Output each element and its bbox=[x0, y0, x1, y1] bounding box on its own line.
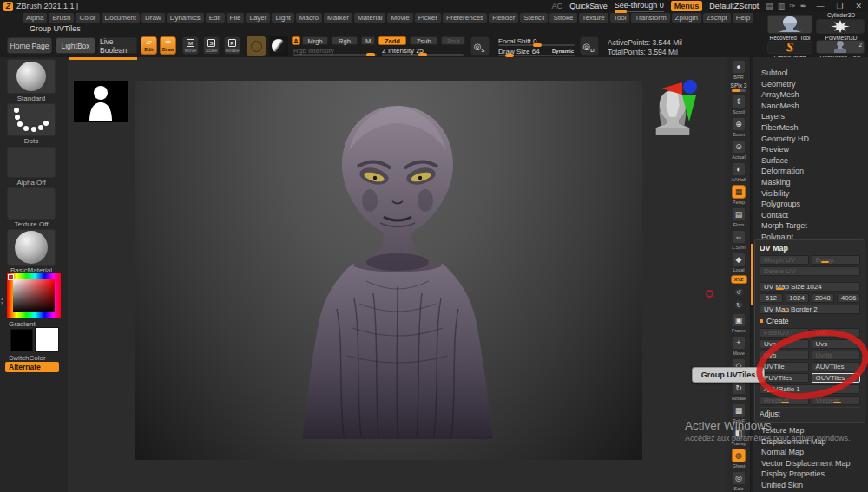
color-picker[interactable] bbox=[7, 273, 61, 318]
current-stroke-button[interactable] bbox=[7, 103, 56, 136]
panel-section[interactable]: Visibility bbox=[761, 188, 865, 200]
panel-section[interactable]: Morph Target bbox=[761, 220, 865, 232]
auvtiles-button[interactable]: AUVTiles bbox=[812, 362, 861, 371]
shelf-icon[interactable] bbox=[732, 89, 746, 92]
menu-item[interactable]: Layer bbox=[246, 13, 270, 23]
puvtiles-button[interactable]: PUVTiles bbox=[760, 373, 809, 383]
menu-item[interactable]: Picker bbox=[415, 13, 441, 23]
current-brush-button[interactable] bbox=[7, 59, 56, 94]
panel-section[interactable]: Deformation bbox=[761, 166, 865, 177]
shelf-button[interactable]: ⇕ Scroll bbox=[732, 95, 746, 115]
rgb-intensity-slider[interactable]: Rgb Intensity bbox=[293, 47, 377, 56]
auv-ratio-slider[interactable]: AUVRatio 1 bbox=[760, 384, 860, 394]
secondary-color-swatch[interactable] bbox=[35, 327, 59, 352]
channel-a-button[interactable]: A bbox=[292, 36, 300, 45]
close-button[interactable]: ✕ bbox=[852, 2, 865, 10]
menu-item[interactable]: Tool bbox=[610, 13, 630, 23]
menus-button[interactable]: Menus bbox=[671, 1, 703, 11]
zsub-button[interactable]: Zsub bbox=[410, 36, 437, 45]
panel-section[interactable]: ArrayMesh bbox=[761, 89, 865, 101]
panel-section[interactable]: Masking bbox=[761, 177, 865, 188]
shelf-button[interactable]: ⇔ L.Sym bbox=[732, 230, 746, 250]
tool-thumb-simplebrush[interactable]: S bbox=[767, 41, 812, 54]
menu-item[interactable]: Draw bbox=[141, 13, 165, 23]
panel-section[interactable]: NanoMesh bbox=[761, 101, 865, 112]
fiberuv-button[interactable]: FiberUV bbox=[760, 328, 809, 338]
tool-thumb-recovered[interactable] bbox=[767, 15, 812, 34]
alternate-button[interactable]: Alternate bbox=[5, 362, 59, 372]
shelf-icon[interactable]: ◎ bbox=[732, 471, 746, 485]
focal-shift-slider[interactable]: Focal Shift 0 bbox=[498, 37, 575, 46]
uvb-button[interactable]: Uvb bbox=[760, 351, 809, 360]
move-mode-button[interactable]: M Move bbox=[182, 36, 199, 55]
menu-item[interactable]: Color bbox=[76, 13, 99, 23]
quicksave-button[interactable]: QuickSave bbox=[569, 2, 608, 10]
zcut-button[interactable]: Zcut bbox=[441, 36, 465, 45]
current-alpha-button[interactable] bbox=[7, 147, 56, 178]
ui-config-icon[interactable]: ▤ bbox=[766, 2, 773, 10]
uv-size-button[interactable]: 512 bbox=[760, 293, 783, 303]
macro-config-icon[interactable]: ✒ bbox=[800, 2, 807, 10]
shelf-icon[interactable]: ↺ bbox=[734, 287, 744, 297]
shelf-icon[interactable]: ↻ bbox=[732, 381, 746, 395]
shelf-button[interactable]: ▤ Floor bbox=[732, 207, 746, 227]
uvc-button[interactable]: Uvc bbox=[812, 328, 861, 338]
rotate-mode-button[interactable]: R Rotate bbox=[224, 36, 240, 55]
shelf-icon[interactable]: ⇕ bbox=[732, 95, 746, 108]
menu-item[interactable]: Marker bbox=[324, 13, 352, 23]
shelf-button[interactable]: ⊕ Zoom bbox=[732, 117, 746, 137]
shelf-button[interactable]: SPix 3 bbox=[731, 82, 747, 92]
lightbox-divider[interactable] bbox=[69, 57, 137, 60]
panel-section[interactable]: Display Properties bbox=[761, 469, 865, 480]
menu-item[interactable]: Zscript bbox=[703, 13, 731, 23]
shelf-button[interactable]: ◍ Ghost bbox=[732, 449, 746, 469]
guvtiles-button[interactable]: GUVTiles bbox=[812, 373, 861, 383]
shelf-icon[interactable]: ⇔ bbox=[732, 230, 746, 244]
tray-scroll-arrows[interactable]: ▲▼ bbox=[0, 297, 4, 305]
brush-config-icon[interactable]: ✑ bbox=[789, 2, 796, 10]
shelf-icon[interactable]: ● bbox=[732, 60, 746, 74]
bump-slider[interactable]: Bump bbox=[812, 255, 861, 265]
shelf-button[interactable]: ● BPR bbox=[732, 60, 746, 80]
draw-mode-button[interactable]: ✛ Draw bbox=[160, 36, 176, 55]
home-page-button[interactable]: Home Page bbox=[7, 37, 52, 54]
panel-scrollbar[interactable] bbox=[751, 57, 753, 492]
panel-section[interactable]: FiberMesh bbox=[761, 122, 865, 134]
uv-size-button[interactable]: 4096 bbox=[837, 293, 860, 303]
uv-map-border-slider[interactable]: UV Map Border 2 bbox=[760, 305, 860, 314]
menu-item[interactable]: Material bbox=[354, 13, 385, 23]
menu-item[interactable]: Texture bbox=[579, 13, 608, 23]
panel-section[interactable]: Geometry bbox=[761, 79, 865, 90]
menu-item[interactable]: Macro bbox=[296, 13, 322, 23]
panel-section[interactable]: Texture Map bbox=[761, 425, 865, 436]
menu-item[interactable]: Light bbox=[272, 13, 293, 23]
shelf-button[interactable]: ◧ Transp bbox=[732, 426, 746, 446]
menu-item[interactable]: Transform bbox=[631, 13, 669, 23]
shelf-icon[interactable]: ◧ bbox=[732, 426, 746, 440]
alpha-well-button[interactable] bbox=[247, 36, 266, 56]
minimize-button[interactable]: — bbox=[813, 2, 826, 10]
uvs-button[interactable]: Uvs bbox=[812, 339, 861, 349]
menu-item[interactable]: Help bbox=[733, 13, 753, 23]
stroke-curve-button[interactable]: ◎ S bbox=[470, 36, 490, 56]
menu-item[interactable]: Edit bbox=[206, 13, 225, 23]
restore-button[interactable]: ❐ bbox=[833, 2, 845, 10]
palette-config-icon[interactable]: ▥ bbox=[778, 2, 786, 10]
axis-gizmo[interactable] bbox=[660, 78, 708, 123]
shelf-icon[interactable]: ↻ bbox=[734, 300, 744, 310]
uv-size-button[interactable]: 2048 bbox=[812, 293, 835, 303]
shelf-button[interactable]: ▦ Persp bbox=[732, 185, 746, 205]
main-color-swatch[interactable] bbox=[10, 329, 33, 351]
default-zscript-button[interactable]: DefaultZScript bbox=[709, 2, 759, 10]
menu-item[interactable]: Render bbox=[489, 13, 518, 23]
shelf-icon[interactable]: ▤ bbox=[732, 207, 746, 221]
lightbox-button[interactable]: LightBox bbox=[56, 37, 95, 54]
panel-section[interactable]: Polygroups bbox=[761, 199, 865, 210]
shelf-icon[interactable]: ▦ bbox=[732, 403, 746, 417]
mrgb-button[interactable]: Mrgb bbox=[302, 36, 328, 45]
panel-section[interactable]: Preview bbox=[761, 144, 865, 155]
shelf-button[interactable]: XYZ bbox=[731, 275, 747, 285]
menu-item[interactable]: File bbox=[227, 13, 245, 23]
shelf-icon[interactable]: ▦ bbox=[732, 185, 746, 199]
shelf-button[interactable]: ▣ Frame bbox=[732, 313, 746, 333]
